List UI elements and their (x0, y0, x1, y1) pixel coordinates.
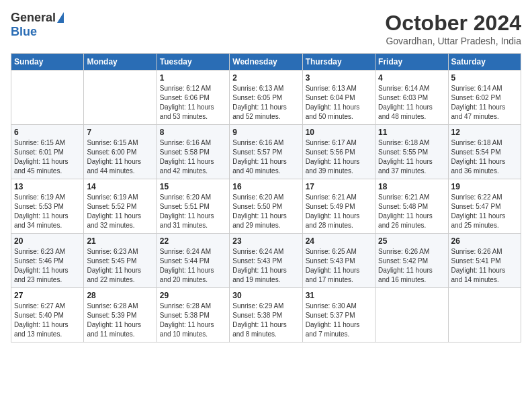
day-info: Sunrise: 6:19 AM Sunset: 5:52 PM Dayligh… (87, 193, 153, 230)
day-info: Sunrise: 6:17 AM Sunset: 5:56 PM Dayligh… (306, 138, 372, 176)
calendar-cell: 24Sunrise: 6:25 AM Sunset: 5:43 PM Dayli… (302, 234, 375, 288)
day-number: 5 (451, 73, 518, 83)
calendar-week-row: 13Sunrise: 6:19 AM Sunset: 5:53 PM Dayli… (11, 179, 521, 234)
day-info: Sunrise: 6:20 AM Sunset: 5:51 PM Dayligh… (160, 193, 226, 230)
calendar-table: SundayMondayTuesdayWednesdayThursdayFrid… (11, 53, 521, 342)
logo-general-text: General (11, 11, 56, 25)
day-number: 23 (232, 236, 299, 246)
day-number: 6 (14, 128, 81, 137)
day-number: 20 (14, 236, 81, 246)
day-info: Sunrise: 6:24 AM Sunset: 5:43 PM Dayligh… (232, 247, 299, 285)
day-info: Sunrise: 6:21 AM Sunset: 5:49 PM Dayligh… (306, 193, 372, 230)
calendar-cell: 8Sunrise: 6:16 AM Sunset: 5:58 PM Daylig… (157, 125, 229, 179)
calendar-cell: 29Sunrise: 6:28 AM Sunset: 5:38 PM Dayli… (157, 288, 229, 342)
calendar-cell: 3Sunrise: 6:13 AM Sunset: 6:04 PM Daylig… (302, 71, 375, 125)
calendar-cell: 13Sunrise: 6:19 AM Sunset: 5:53 PM Dayli… (11, 179, 84, 234)
day-number: 3 (306, 73, 372, 83)
calendar-cell: 25Sunrise: 6:26 AM Sunset: 5:42 PM Dayli… (375, 234, 448, 288)
calendar-header-sunday: Sunday (11, 54, 84, 71)
day-number: 31 (306, 291, 372, 300)
calendar-header-saturday: Saturday (448, 54, 521, 71)
day-number: 16 (232, 182, 299, 191)
day-info: Sunrise: 6:28 AM Sunset: 5:38 PM Dayligh… (160, 302, 226, 339)
calendar-week-row: 20Sunrise: 6:23 AM Sunset: 5:46 PM Dayli… (11, 234, 521, 288)
logo: General Blue (11, 11, 64, 39)
logo-triangle-icon (57, 12, 64, 23)
calendar-cell: 23Sunrise: 6:24 AM Sunset: 5:43 PM Dayli… (230, 234, 302, 288)
day-info: Sunrise: 6:13 AM Sunset: 6:05 PM Dayligh… (232, 84, 299, 122)
calendar-cell: 15Sunrise: 6:20 AM Sunset: 5:51 PM Dayli… (157, 179, 229, 234)
day-number: 21 (87, 236, 153, 246)
day-info: Sunrise: 6:16 AM Sunset: 5:57 PM Dayligh… (232, 138, 299, 176)
day-info: Sunrise: 6:13 AM Sunset: 6:04 PM Dayligh… (306, 84, 372, 122)
day-number: 2 (232, 73, 299, 83)
day-number: 15 (160, 182, 226, 191)
calendar-cell: 27Sunrise: 6:27 AM Sunset: 5:40 PM Dayli… (11, 288, 84, 342)
day-number: 27 (14, 291, 81, 300)
calendar-cell (11, 71, 84, 125)
day-info: Sunrise: 6:29 AM Sunset: 5:38 PM Dayligh… (232, 302, 299, 339)
day-info: Sunrise: 6:18 AM Sunset: 5:54 PM Dayligh… (451, 138, 518, 176)
calendar-week-row: 27Sunrise: 6:27 AM Sunset: 5:40 PM Dayli… (11, 288, 521, 342)
day-number: 12 (451, 128, 518, 137)
day-info: Sunrise: 6:25 AM Sunset: 5:43 PM Dayligh… (306, 247, 372, 285)
day-info: Sunrise: 6:22 AM Sunset: 5:47 PM Dayligh… (451, 193, 518, 230)
day-info: Sunrise: 6:18 AM Sunset: 5:55 PM Dayligh… (378, 138, 445, 176)
day-info: Sunrise: 6:26 AM Sunset: 5:41 PM Dayligh… (451, 247, 518, 285)
day-info: Sunrise: 6:24 AM Sunset: 5:44 PM Dayligh… (160, 247, 226, 285)
day-info: Sunrise: 6:14 AM Sunset: 6:02 PM Dayligh… (451, 84, 518, 122)
calendar-cell: 14Sunrise: 6:19 AM Sunset: 5:52 PM Dayli… (84, 179, 157, 234)
calendar-header-tuesday: Tuesday (157, 54, 229, 71)
day-number: 11 (378, 128, 445, 137)
calendar-cell: 18Sunrise: 6:21 AM Sunset: 5:48 PM Dayli… (375, 179, 448, 234)
day-info: Sunrise: 6:19 AM Sunset: 5:53 PM Dayligh… (14, 193, 81, 230)
calendar-header-friday: Friday (375, 54, 448, 71)
day-number: 22 (160, 236, 226, 246)
calendar-cell: 28Sunrise: 6:28 AM Sunset: 5:39 PM Dayli… (84, 288, 157, 342)
month-title: October 2024 (385, 11, 521, 36)
calendar-cell: 5Sunrise: 6:14 AM Sunset: 6:02 PM Daylig… (448, 71, 521, 125)
calendar-cell: 31Sunrise: 6:30 AM Sunset: 5:37 PM Dayli… (302, 288, 375, 342)
day-number: 18 (378, 182, 445, 191)
day-number: 4 (378, 73, 445, 83)
day-info: Sunrise: 6:12 AM Sunset: 6:06 PM Dayligh… (160, 84, 226, 122)
day-info: Sunrise: 6:21 AM Sunset: 5:48 PM Dayligh… (378, 193, 445, 230)
calendar-cell: 2Sunrise: 6:13 AM Sunset: 6:05 PM Daylig… (230, 71, 302, 125)
calendar-cell: 30Sunrise: 6:29 AM Sunset: 5:38 PM Dayli… (230, 288, 302, 342)
calendar-cell: 19Sunrise: 6:22 AM Sunset: 5:47 PM Dayli… (448, 179, 521, 234)
page-header: General Blue October 2024 Govardhan, Utt… (11, 11, 521, 46)
calendar-cell: 22Sunrise: 6:24 AM Sunset: 5:44 PM Dayli… (157, 234, 229, 288)
calendar-week-row: 1Sunrise: 6:12 AM Sunset: 6:06 PM Daylig… (11, 71, 521, 125)
day-info: Sunrise: 6:15 AM Sunset: 6:00 PM Dayligh… (87, 138, 153, 176)
calendar-cell: 10Sunrise: 6:17 AM Sunset: 5:56 PM Dayli… (302, 125, 375, 179)
day-info: Sunrise: 6:23 AM Sunset: 5:45 PM Dayligh… (87, 247, 153, 285)
calendar-header-thursday: Thursday (302, 54, 375, 71)
day-info: Sunrise: 6:30 AM Sunset: 5:37 PM Dayligh… (306, 302, 372, 339)
day-number: 26 (451, 236, 518, 246)
calendar-cell: 7Sunrise: 6:15 AM Sunset: 6:00 PM Daylig… (84, 125, 157, 179)
calendar-header-row: SundayMondayTuesdayWednesdayThursdayFrid… (11, 54, 521, 71)
day-number: 25 (378, 236, 445, 246)
day-info: Sunrise: 6:28 AM Sunset: 5:39 PM Dayligh… (87, 302, 153, 339)
day-info: Sunrise: 6:15 AM Sunset: 6:01 PM Dayligh… (14, 138, 81, 176)
calendar-cell: 1Sunrise: 6:12 AM Sunset: 6:06 PM Daylig… (157, 71, 229, 125)
calendar-cell (375, 288, 448, 342)
day-number: 9 (232, 128, 299, 137)
day-info: Sunrise: 6:14 AM Sunset: 6:03 PM Dayligh… (378, 84, 445, 122)
day-info: Sunrise: 6:27 AM Sunset: 5:40 PM Dayligh… (14, 302, 81, 339)
day-number: 10 (306, 128, 372, 137)
day-number: 17 (306, 182, 372, 191)
calendar-header-monday: Monday (84, 54, 157, 71)
day-info: Sunrise: 6:23 AM Sunset: 5:46 PM Dayligh… (14, 247, 81, 285)
location-text: Govardhan, Uttar Pradesh, India (385, 36, 521, 46)
calendar-cell: 11Sunrise: 6:18 AM Sunset: 5:55 PM Dayli… (375, 125, 448, 179)
day-number: 7 (87, 128, 153, 137)
day-number: 28 (87, 291, 153, 300)
calendar-cell: 16Sunrise: 6:20 AM Sunset: 5:50 PM Dayli… (230, 179, 302, 234)
calendar-header-wednesday: Wednesday (230, 54, 302, 71)
calendar-cell: 21Sunrise: 6:23 AM Sunset: 5:45 PM Dayli… (84, 234, 157, 288)
calendar-cell: 20Sunrise: 6:23 AM Sunset: 5:46 PM Dayli… (11, 234, 84, 288)
day-info: Sunrise: 6:20 AM Sunset: 5:50 PM Dayligh… (232, 193, 299, 230)
day-info: Sunrise: 6:16 AM Sunset: 5:58 PM Dayligh… (160, 138, 226, 176)
day-number: 24 (306, 236, 372, 246)
